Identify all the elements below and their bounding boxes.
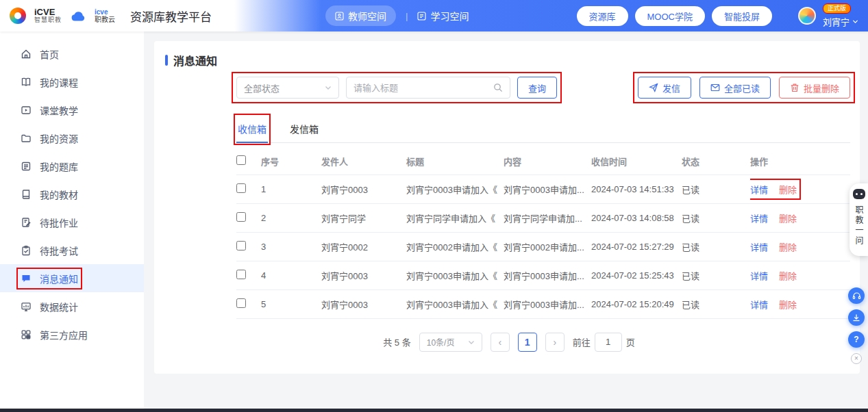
prev-page-button[interactable]: ‹ [491,333,510,352]
sidebar-item-question-bank[interactable]: 我的题库 [0,152,144,180]
header-right: 资源库 MOOC学院 智能投屏 正式版 刘宵宁 [577,0,859,31]
batch-delete-label: 批量删除 [804,81,839,94]
row-checkbox[interactable] [236,183,246,193]
send-message-button[interactable]: 发信 [638,77,691,99]
delete-link[interactable]: 删除 [779,300,797,310]
batch-delete-button[interactable]: 批量删除 [779,77,850,99]
icve-zhihuizhijiao-logo: iCVE 智慧职教 [34,8,62,24]
table-row: 3 刘宵宁0002 刘宵宁0002申请加入《 刘宵宁0002申请加... 202… [236,232,850,261]
query-button[interactable]: 查询 [517,77,557,99]
smart-cast-button[interactable]: 智能投屏 [712,6,772,26]
cell-sender: 刘宵宁0003 [321,289,406,318]
select-all-checkbox[interactable] [236,155,246,165]
row-checkbox[interactable] [236,212,246,222]
row-checkbox[interactable] [236,298,246,308]
cell-time: 2024-07-02 15:20:49 [591,289,682,318]
delete-link[interactable]: 删除 [779,214,797,224]
chevron-down-icon [325,84,332,91]
cloud-logo-icon [70,10,86,22]
col-header-title: 标题 [406,149,504,175]
user-block: 正式版 刘宵宁 [823,3,858,29]
sidebar-item-home[interactable]: 首页 [0,40,144,68]
cell-content: 刘宵宁0003申请加... [504,261,591,289]
toolbar: 全部状态 查询 发信 全部已读 [236,77,850,99]
assistant-widget[interactable]: 职教一问 [850,183,868,256]
goto-page: 前往 页 [573,333,635,352]
pagination: 共 5 条 10条/页 ‹ 1 › 前往 页 [168,333,850,352]
cell-time: 2024-07-03 14:08:58 [591,203,682,232]
page-title: 消息通知 [154,41,860,68]
table-header-row: 序号 发件人 标题 内容 收信时间 状态 操作 [236,149,850,175]
mailbox-tabs: 收信箱 发信箱 [236,116,850,143]
download-button[interactable] [848,309,865,326]
page-1-button[interactable]: 1 [518,333,537,352]
sidebar-item-third-party-apps[interactable]: 第三方应用 [0,320,144,348]
main-area: 消息通知 全部状态 查询 [144,31,868,409]
sidebar-item-label: 我的教材 [40,188,78,201]
page-size-select[interactable]: 10条/页 [419,333,482,352]
user-avatar[interactable] [798,7,816,25]
sidebar-item-label: 待批考试 [40,244,78,257]
cell-time: 2024-07-03 14:51:33 [591,175,682,203]
sidebar-item-statistics[interactable]: 数据统计 [0,292,144,320]
nav-teacher-space-label: 教师空间 [348,9,386,23]
home-icon [21,49,32,60]
goto-page-input[interactable] [595,333,622,352]
status-select[interactable]: 全部状态 [236,77,339,99]
sidebar-item-classroom-teaching[interactable]: 课堂教学 [0,96,144,124]
homework-edit-icon [21,217,32,228]
customer-service-button[interactable] [848,287,865,304]
detail-link[interactable]: 详情 [750,242,768,253]
statistics-monitor-icon [21,301,32,312]
robot-icon [853,189,865,199]
sidebar-item-messages[interactable]: 消息通知 [0,264,144,292]
cell-title: 刘宵宁同学申请加入《 [406,203,504,232]
row-checkbox[interactable] [236,241,246,250]
detail-link[interactable]: 详情 [750,271,768,281]
sidebar-item-exams-to-grade[interactable]: 待批考试 [0,236,144,264]
sidebar-item-label: 课堂教学 [40,103,78,117]
mark-all-read-button[interactable]: 全部已读 [699,77,771,99]
teacher-space-icon [335,12,344,21]
icve-zhijiaoyun-logo: icve 职教云 [95,8,115,23]
sidebar-item-textbooks[interactable]: 我的教材 [0,180,144,208]
help-button[interactable]: ? [848,331,865,348]
cell-sender: 刘宵宁0003 [321,261,406,289]
icve-swirl-logo-icon [10,8,26,24]
sidebar-item-label: 我的题库 [40,159,78,173]
username-menu[interactable]: 刘宵宁 [823,15,858,28]
next-page-button[interactable]: › [545,333,565,352]
message-panel: 消息通知 全部状态 查询 [154,41,860,374]
title-accent-bar [165,55,168,66]
close-float-button[interactable]: × [851,353,862,364]
table-row: 1 刘宵宁0003 刘宵宁0003申请加入《 刘宵宁0003申请加... 202… [236,175,850,203]
table-row: 5 刘宵宁0003 刘宵宁0003申请加入《 刘宵宁0003申请加... 202… [236,289,850,318]
col-header-time: 收信时间 [591,149,682,175]
floating-buttons: ? × [848,287,865,364]
delete-link[interactable]: 删除 [779,185,797,195]
delete-link[interactable]: 删除 [779,271,797,281]
delete-link[interactable]: 删除 [779,242,797,253]
sidebar-item-homework-to-grade[interactable]: 待批作业 [0,208,144,236]
cell-title: 刘宵宁0003申请加入《 [406,175,504,203]
tab-outbox[interactable]: 发信箱 [288,116,320,142]
detail-link[interactable]: 详情 [750,185,768,195]
nav-learning-space[interactable]: 学习空间 [417,9,469,23]
learning-space-icon [417,12,426,21]
sidebar-item-my-resources[interactable]: 我的资源 [0,124,144,152]
row-checkbox[interactable] [236,270,246,279]
title-search-input[interactable] [354,83,493,93]
nav-teacher-space[interactable]: 教师空间 [325,5,396,26]
col-header-sender: 发件人 [321,149,406,175]
cell-no: 3 [261,232,321,261]
assistant-label: 职教一问 [853,205,865,246]
platform-title: 资源库教学平台 [130,8,212,25]
folder-icon [21,133,32,144]
detail-link[interactable]: 详情 [750,300,768,310]
mooc-college-button[interactable]: MOOC学院 [635,6,705,26]
tab-inbox[interactable]: 收信箱 [236,116,268,142]
resource-library-button[interactable]: 资源库 [577,6,628,26]
sidebar-item-my-courses[interactable]: 我的课程 [0,68,144,96]
message-bubble-icon [21,273,32,284]
detail-link[interactable]: 详情 [750,214,768,224]
